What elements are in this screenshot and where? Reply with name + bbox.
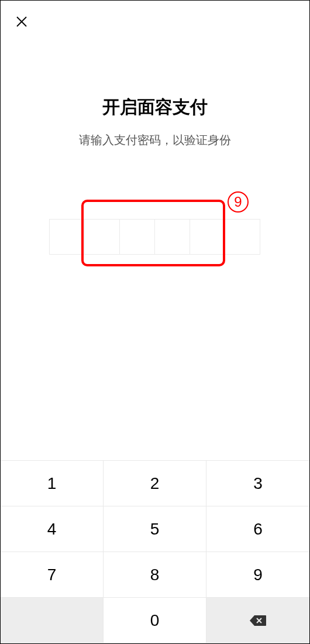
pin-digit-4 [154,219,190,255]
page-subtitle: 请输入支付密码，以验证身份 [1,132,309,148]
pin-digit-3 [119,219,155,255]
keypad-key-4[interactable]: 4 [1,506,104,552]
close-icon [15,15,29,29]
pin-digit-5 [190,219,225,255]
keypad-key-2[interactable]: 2 [104,461,206,506]
pin-digit-1 [49,219,85,255]
keypad-key-7[interactable]: 7 [1,552,104,598]
keypad-key-5[interactable]: 5 [104,506,206,552]
close-button[interactable] [13,13,30,30]
keypad-key-0[interactable]: 0 [104,598,206,643]
keypad-key-9[interactable]: 9 [206,552,309,598]
numeric-keypad: 1 2 3 4 5 6 7 8 9 0 [1,460,309,643]
keypad-key-1[interactable]: 1 [1,461,104,506]
keypad-key-6[interactable]: 6 [206,506,309,552]
keypad-blank [1,598,104,643]
keypad-key-3[interactable]: 3 [206,461,309,506]
annotation-number-badge: 9 [228,191,249,213]
header-area: 开启面容支付 请输入支付密码，以验证身份 [1,95,309,148]
backspace-icon [249,614,267,627]
keypad-key-8[interactable]: 8 [104,552,206,598]
pin-digit-6 [225,219,260,255]
pin-input-container[interactable] [49,219,260,255]
page-title: 开启面容支付 [1,95,309,119]
keypad-backspace[interactable] [206,598,309,643]
pin-digit-2 [84,219,120,255]
